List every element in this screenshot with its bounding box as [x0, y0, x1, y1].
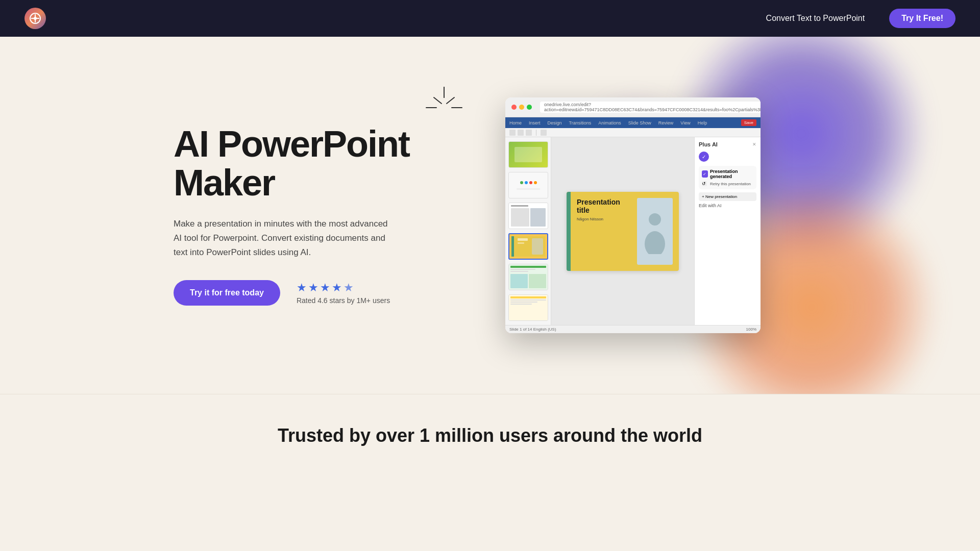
main-slide: Presentation title Någon Nilsson [567, 192, 679, 271]
hero-title: AI PowerPoint Maker [174, 125, 429, 202]
ai-panel: Plus AI ✕ ✓ ✓ Presentation generated [694, 137, 761, 325]
dot-green [527, 105, 532, 110]
hero-left: AI PowerPoint Maker Make a presentation … [174, 125, 429, 305]
nav-convert-link[interactable]: Convert Text to PowerPoint [766, 14, 865, 23]
tab-view[interactable]: View [680, 120, 690, 126]
ai-check-icon: ✓ [702, 170, 708, 178]
slide-thumb-5[interactable] [508, 264, 548, 290]
rating-text: Rated 4.6 stars by 1M+ users [297, 296, 390, 305]
stars: ★ ★ ★ ★ ★ [297, 281, 390, 294]
hero-description: Make a presentation in minutes with the … [174, 217, 388, 260]
ai-retry-label: Retry this presentation [710, 182, 751, 186]
slide-author: Någon Nilsson [577, 217, 632, 221]
trusted-title: Trusted by over 1 million users around t… [24, 425, 955, 446]
ai-panel-title: Plus AI [699, 141, 718, 147]
tab-insert[interactable]: Insert [529, 120, 541, 126]
tab-help[interactable]: Help [698, 120, 707, 126]
slide-text-section: Presentation title Någon Nilsson [577, 198, 632, 265]
hero-right: onedrive.live.com/edit?action=editnew&id… [459, 97, 806, 333]
nav-links: Convert Text to PowerPoint Try It Free! [766, 9, 955, 28]
tab-review[interactable]: Review [658, 120, 674, 126]
ai-panel-close[interactable]: ✕ [752, 142, 756, 147]
logo-icon [24, 8, 46, 29]
browser-url[interactable]: onedrive.live.com/edit?action=editnew&id… [540, 102, 761, 113]
dot-red [511, 105, 517, 110]
try-free-button[interactable]: Try it for free today [174, 280, 280, 306]
slide-thumb-6[interactable] [508, 294, 548, 321]
slide-content-area: Presentation title Någon Nilsson [571, 192, 679, 271]
dot-yellow [519, 105, 524, 110]
star-3: ★ [320, 281, 330, 294]
hero-section: AI PowerPoint Maker Make a presentation … [0, 37, 980, 394]
svg-point-11 [649, 213, 661, 226]
star-1: ★ [297, 281, 307, 294]
svg-line-6 [434, 97, 442, 104]
slide-area: Presentation title Någon Nilsson [551, 137, 694, 325]
ai-panel-header: Plus AI ✕ [699, 141, 756, 147]
slide-image-section [637, 198, 673, 265]
tab-design[interactable]: Design [548, 120, 562, 126]
browser-dots [511, 105, 532, 110]
ai-refresh-icon: ↺ [702, 181, 707, 186]
status-text: Slide 1 of 14 English (US) [509, 327, 556, 332]
rating-section: ★ ★ ★ ★ ★ Rated 4.6 stars by 1M+ users [297, 281, 390, 305]
toolbar-icon-1 [509, 130, 516, 136]
navbar: Convert Text to PowerPoint Try It Free! [0, 0, 980, 37]
star-half: ★ [344, 281, 354, 294]
sparkle-decoration [419, 82, 470, 133]
hero-content: AI PowerPoint Maker Make a presentation … [133, 67, 847, 364]
hero-actions: Try it for free today ★ ★ ★ ★ ★ Rated 4.… [174, 280, 429, 306]
tab-home[interactable]: Home [509, 120, 522, 126]
ppt-main: Presentation title Någon Nilsson [505, 137, 761, 325]
slide-panel [505, 137, 551, 325]
tab-transitions[interactable]: Transitions [569, 120, 592, 126]
ai-generated-label: Presentation generated [710, 169, 753, 179]
ai-generated-box: ✓ Presentation generated ↺ Retry this pr… [699, 166, 756, 189]
svg-line-7 [447, 97, 454, 104]
url-text: onedrive.live.com/edit?action=editnew&id… [544, 102, 761, 112]
star-2: ★ [308, 281, 318, 294]
slide-thumb-1[interactable] [508, 141, 548, 168]
tab-animations[interactable]: Animations [598, 120, 621, 126]
zoom-text: 100% [746, 327, 756, 332]
slide-left-bar [567, 192, 571, 271]
status-bar: Slide 1 of 14 English (US) 100% [505, 325, 761, 333]
slide-pres-title: Presentation title [577, 198, 632, 215]
browser-bar: onedrive.live.com/edit?action=editnew&id… [505, 97, 761, 117]
browser-mockup: onedrive.live.com/edit?action=editnew&id… [505, 97, 761, 333]
svg-point-3 [34, 17, 37, 20]
ai-logo-icon: ✓ [699, 152, 709, 162]
toolbar-icon-3 [526, 130, 532, 136]
logo[interactable] [24, 8, 46, 29]
bottom-section: Trusted by over 1 million users around t… [0, 394, 980, 477]
ai-new-presentation-button[interactable]: + New presentation [699, 192, 756, 201]
slide-thumb-2[interactable] [508, 172, 548, 198]
tab-slideshow[interactable]: Slide Show [628, 120, 651, 126]
nav-try-button[interactable]: Try It Free! [889, 9, 955, 28]
divider-1 [536, 130, 536, 136]
toolbar-icon-2 [518, 130, 524, 136]
toolbar-icon-4 [541, 130, 547, 136]
save-button[interactable]: Save [741, 119, 756, 126]
slide-thumb-4[interactable] [508, 233, 548, 260]
ai-edit-label: Edit with AI [699, 203, 756, 208]
star-4: ★ [332, 281, 342, 294]
slide-thumb-3[interactable] [508, 203, 548, 229]
